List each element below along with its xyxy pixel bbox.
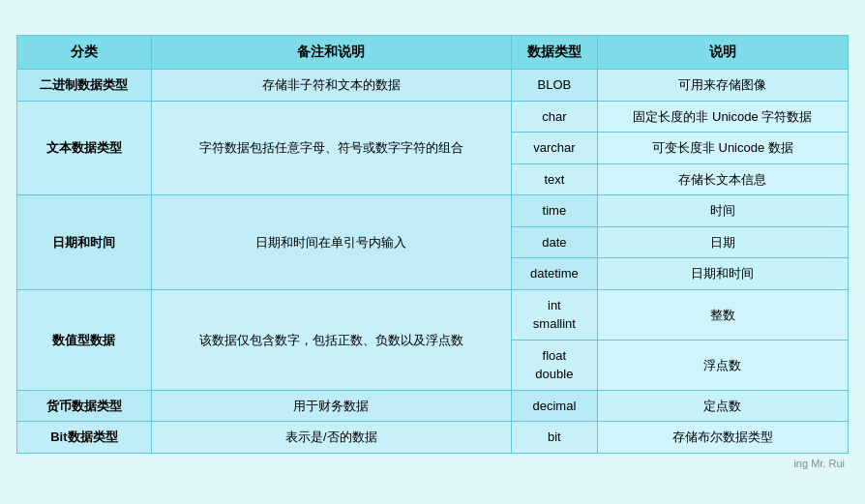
description-cell: 定点数 <box>597 390 848 422</box>
table-row: 数值型数据该数据仅包含数字，包括正数、负数以及浮点数intsmallint整数 <box>17 289 849 340</box>
header-category: 分类 <box>17 36 152 70</box>
table-row: 货币数据类型用于财务数据decimal定点数 <box>17 390 849 422</box>
datatype-cell: bit <box>512 422 598 454</box>
datatype-cell: char <box>512 101 598 133</box>
notes-cell: 该数据仅包含数字，包括正数、负数以及浮点数 <box>151 289 511 390</box>
datatype-cell: date <box>512 226 598 258</box>
notes-cell: 存储非子符和文本的数据 <box>151 70 511 102</box>
header-notes: 备注和说明 <box>151 36 511 70</box>
table-row: 二进制数据类型存储非子符和文本的数据BLOB可用来存储图像 <box>17 70 849 102</box>
description-cell: 浮点数 <box>597 340 848 390</box>
description-cell: 日期 <box>597 226 848 258</box>
datatype-cell: intsmallint <box>512 289 598 340</box>
notes-cell: 字符数据包括任意字母、符号或数字字符的组合 <box>151 101 511 195</box>
datatype-cell: text <box>512 163 598 195</box>
datatype-cell: decimal <box>512 390 598 422</box>
category-cell: 日期和时间 <box>17 195 152 290</box>
datatype-cell: varchar <box>512 133 598 164</box>
description-cell: 存储长文本信息 <box>597 163 848 195</box>
notes-cell: 表示是/否的数据 <box>151 422 511 454</box>
description-cell: 整数 <box>597 289 848 340</box>
description-cell: 可用来存储图像 <box>597 70 848 102</box>
header-description: 说明 <box>597 36 848 70</box>
notes-cell: 用于财务数据 <box>151 390 511 422</box>
category-cell: Bit数据类型 <box>17 422 152 454</box>
description-cell: 固定长度的非 Unicode 字符数据 <box>597 101 848 133</box>
datatype-cell: time <box>512 195 598 227</box>
table-row: Bit数据类型表示是/否的数据bit存储布尔数据类型 <box>17 422 849 454</box>
description-cell: 可变长度非 Unicode 数据 <box>597 133 848 164</box>
table-row: 文本数据类型字符数据包括任意字母、符号或数字字符的组合char固定长度的非 Un… <box>17 101 849 133</box>
datatype-cell: BLOB <box>512 70 598 102</box>
category-cell: 文本数据类型 <box>17 101 152 195</box>
notes-cell: 日期和时间在单引号内输入 <box>151 195 511 290</box>
category-cell: 货币数据类型 <box>17 390 152 422</box>
description-cell: 时间 <box>597 195 848 227</box>
description-cell: 存储布尔数据类型 <box>597 422 848 454</box>
table-row: 日期和时间日期和时间在单引号内输入time时间 <box>17 195 849 227</box>
description-cell: 日期和时间 <box>597 258 848 290</box>
category-cell: 数值型数据 <box>17 289 152 390</box>
header-datatype: 数据类型 <box>512 36 598 70</box>
table-wrapper: 分类 备注和说明 数据类型 说明 二进制数据类型存储非子符和文本的数据BLOB可… <box>16 35 849 469</box>
datatype-cell: datetime <box>512 258 598 290</box>
data-table: 分类 备注和说明 数据类型 说明 二进制数据类型存储非子符和文本的数据BLOB可… <box>16 35 849 454</box>
watermark: ing Mr. Rui <box>16 458 849 469</box>
datatype-cell: floatdouble <box>512 340 598 390</box>
category-cell: 二进制数据类型 <box>17 70 152 102</box>
